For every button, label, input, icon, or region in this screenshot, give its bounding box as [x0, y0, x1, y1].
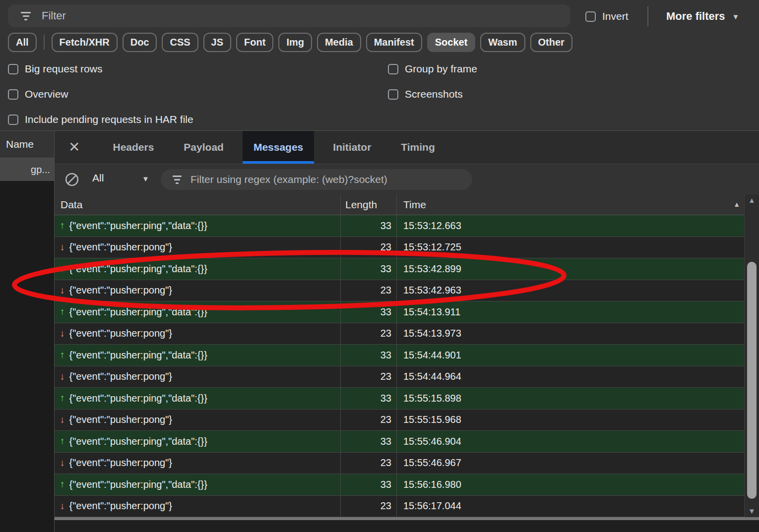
message-row[interactable]: ↑ {"event":"pusher:ping","data":{}} 33 1…	[55, 474, 744, 496]
overview-checkbox[interactable]: Overview	[8, 88, 68, 100]
screenshots-checkbox[interactable]: Screenshots	[388, 88, 463, 100]
group-by-frame-checkbox[interactable]: Group by frame	[388, 63, 477, 75]
message-data: {"event":"pusher:ping","data":{}}	[69, 306, 207, 318]
message-length: 23	[341, 496, 397, 517]
message-data: {"event":"pusher:pong"}	[69, 328, 172, 339]
message-row[interactable]: ↓ {"event":"pusher:pong"} 23 15:55:46.96…	[55, 453, 744, 474]
message-row[interactable]: ↓ {"event":"pusher:pong"} 23 15:56:17.04…	[55, 496, 744, 518]
direction-icon: ↑	[60, 436, 65, 447]
column-header-data[interactable]: Data	[55, 194, 341, 215]
message-time: 15:56:17.044	[397, 496, 744, 517]
direction-icon: ↓	[60, 285, 65, 296]
type-filter-media[interactable]: Media	[317, 33, 361, 52]
request-row-selected[interactable]: gp...	[0, 158, 54, 181]
message-data: {"event":"pusher:ping","data":{}}	[69, 220, 207, 232]
type-filter-css[interactable]: CSS	[162, 33, 198, 52]
scroll-up-icon[interactable]: ▲	[745, 196, 759, 204]
type-filter-socket[interactable]: Socket	[427, 33, 476, 52]
message-data: {"event":"pusher:pong"}	[69, 241, 172, 253]
overview-checkbox-box[interactable]	[8, 89, 18, 100]
message-row[interactable]: ↓ {"event":"pusher:pong"} 23 15:54:44.96…	[55, 366, 744, 388]
message-time: 15:53:12.725	[397, 237, 744, 258]
type-filter-label: Doc	[130, 37, 149, 48]
message-data: {"event":"pusher:pong"}	[69, 285, 172, 296]
direction-icon: ↑	[60, 220, 65, 231]
type-filter-all[interactable]: All	[8, 33, 37, 52]
detail-tabstrip: ✕ Headers Payload Messages Initiator Tim…	[55, 131, 759, 164]
tab-timing[interactable]: Timing	[390, 131, 445, 164]
tab-initiator[interactable]: Initiator	[322, 131, 382, 164]
message-time: 15:56:16.980	[397, 474, 744, 495]
message-row[interactable]: ↑ {"event":"pusher:ping","data":{}} 33 1…	[55, 345, 744, 366]
type-filter-fetch-xhr[interactable]: Fetch/XHR	[52, 33, 118, 52]
message-row[interactable]: ↑ {"event":"pusher:ping","data":{}} 33 1…	[55, 215, 744, 237]
scroll-down-icon[interactable]: ▼	[745, 507, 759, 515]
regex-filter-input[interactable]: Filter using regex (example: (web)?socke…	[161, 169, 472, 190]
type-filter-manifest[interactable]: Manifest	[366, 33, 422, 52]
message-length: 33	[341, 431, 397, 452]
message-row[interactable]: ↓ {"event":"pusher:pong"} 23 15:54:13.97…	[55, 323, 744, 345]
direction-icon: ↓	[60, 328, 65, 339]
column-header-length[interactable]: Length	[341, 194, 397, 215]
invert-checkbox-box[interactable]	[585, 11, 596, 22]
type-filter-other[interactable]: Other	[530, 33, 572, 52]
message-length: 23	[341, 323, 397, 345]
scrollbar-thumb[interactable]	[747, 262, 757, 499]
more-filters-button[interactable]: More filters ▼	[666, 10, 739, 23]
messages-table-header: Data Length Time ▲	[55, 194, 744, 215]
network-filter-input[interactable]: Filter	[8, 4, 570, 27]
message-row[interactable]: ↑ {"event":"pusher:ping","data":{}} 33 1…	[55, 431, 744, 453]
direction-icon: ↑	[60, 263, 65, 274]
direction-icon: ↓	[60, 371, 65, 382]
message-row[interactable]: ↑ {"event":"pusher:ping","data":{}} 33 1…	[55, 388, 744, 410]
overview-label: Overview	[25, 88, 68, 100]
chevron-down-icon[interactable]: ▼	[142, 175, 149, 183]
close-icon[interactable]: ✕	[68, 140, 80, 154]
type-filter-label: All	[16, 37, 29, 48]
message-row[interactable]: ↓ {"event":"pusher:pong"} 23 15:55:15.96…	[55, 410, 744, 431]
network-requests-section: Name gp... ✕ Headers Payload Messages In…	[0, 130, 759, 532]
include-pending-har-checkbox-box[interactable]	[8, 115, 18, 125]
message-row[interactable]: ↓ {"event":"pusher:pong"} 23 15:53:12.72…	[55, 237, 744, 259]
tab-payload[interactable]: Payload	[173, 131, 235, 164]
direction-icon: ↑	[60, 306, 65, 317]
type-filter-label: Img	[286, 37, 304, 48]
message-time: 15:53:42.899	[397, 258, 744, 280]
vertical-scrollbar[interactable]: ▲ ▼	[744, 194, 759, 517]
screenshots-label: Screenshots	[405, 88, 463, 100]
include-pending-har-checkbox[interactable]: Include pending requests in HAR file	[8, 114, 193, 125]
invert-checkbox[interactable]: Invert	[585, 10, 629, 22]
message-time: 15:55:15.968	[397, 410, 744, 431]
message-data: {"event":"pusher:ping","data":{}}	[69, 436, 207, 447]
type-filter-doc[interactable]: Doc	[123, 33, 157, 52]
big-request-rows-checkbox-box[interactable]	[8, 64, 18, 74]
regex-filter-placeholder: Filter using regex (example: (web)?socke…	[190, 174, 387, 185]
message-type-select[interactable]: All	[92, 172, 104, 184]
column-header-time[interactable]: Time ▲	[397, 194, 744, 215]
clear-messages-icon[interactable]	[64, 172, 79, 189]
big-request-rows-checkbox[interactable]: Big request rows	[8, 63, 102, 75]
message-data: {"event":"pusher:pong"}	[69, 371, 172, 382]
sort-ascending-icon[interactable]: ▲	[733, 200, 740, 208]
direction-icon: ↓	[60, 242, 65, 253]
request-list-sidebar: Name gp...	[0, 131, 55, 532]
request-list-empty-area	[0, 181, 54, 532]
message-data: {"event":"pusher:ping","data":{}}	[69, 393, 207, 404]
network-filter-placeholder: Filter	[42, 9, 66, 22]
group-by-frame-checkbox-box[interactable]	[388, 64, 398, 74]
type-filter-wasm[interactable]: Wasm	[480, 33, 525, 52]
message-length: 33	[341, 301, 397, 323]
type-filter-font[interactable]: Font	[236, 33, 273, 52]
message-data: {"event":"pusher:ping","data":{}}	[69, 263, 207, 275]
message-row[interactable]: ↑ {"event":"pusher:ping","data":{}} 33 1…	[55, 301, 744, 323]
name-column-header[interactable]: Name	[0, 131, 54, 158]
type-filter-img[interactable]: Img	[278, 33, 312, 52]
tab-messages[interactable]: Messages	[243, 131, 314, 164]
message-row[interactable]: ↑ {"event":"pusher:ping","data":{}} 33 1…	[55, 258, 744, 280]
direction-icon: ↓	[60, 458, 65, 469]
filter-icon	[21, 12, 31, 20]
screenshots-checkbox-box[interactable]	[388, 89, 398, 100]
tab-headers[interactable]: Headers	[102, 131, 165, 164]
type-filter-js[interactable]: JS	[203, 33, 231, 52]
message-row[interactable]: ↓ {"event":"pusher:pong"} 23 15:53:42.96…	[55, 280, 744, 302]
